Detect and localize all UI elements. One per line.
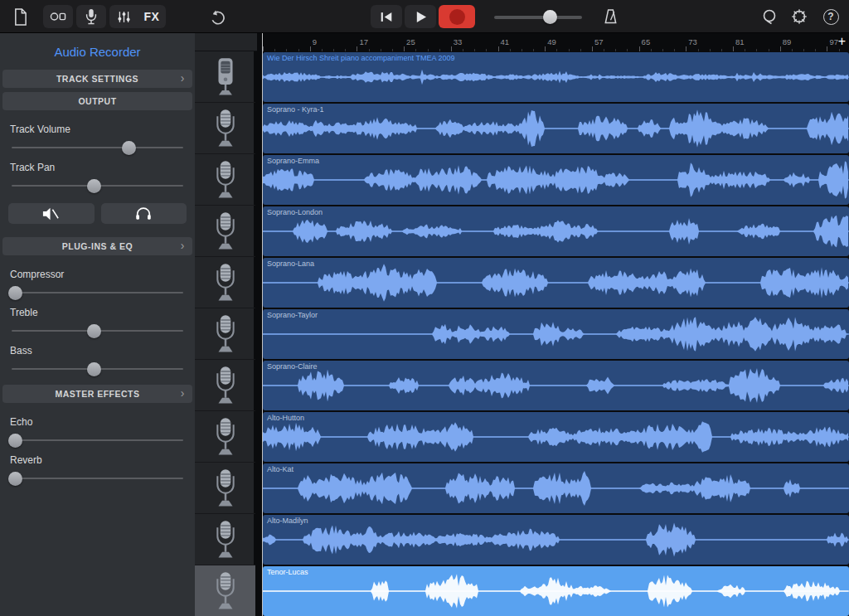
reverb-knob[interactable] bbox=[8, 472, 22, 486]
undo-button[interactable] bbox=[206, 5, 229, 28]
echo-slider[interactable] bbox=[12, 439, 183, 441]
ruler-tick bbox=[392, 49, 393, 51]
microphone-button[interactable] bbox=[76, 5, 106, 28]
loop-browser-button[interactable] bbox=[758, 5, 781, 28]
plugins-eq-header[interactable]: PLUG-INS & EQ › bbox=[2, 237, 192, 255]
lanes[interactable]: Wie Der Hirsch Shreit piano accompanimen… bbox=[257, 51, 849, 616]
ruler-tick bbox=[556, 49, 557, 51]
track-header[interactable] bbox=[195, 257, 255, 308]
ruler-tick bbox=[463, 49, 463, 51]
ruler-bar-number: 89 bbox=[783, 37, 792, 46]
timeline-ruler[interactable]: + 91725334149576573818997 bbox=[257, 33, 849, 51]
document-icon bbox=[13, 8, 27, 26]
track-header[interactable] bbox=[195, 51, 255, 103]
track-header[interactable] bbox=[195, 514, 255, 565]
metronome-icon bbox=[603, 8, 619, 25]
ruler-tick bbox=[639, 46, 640, 51]
play-button[interactable] bbox=[405, 5, 436, 28]
track-header[interactable] bbox=[195, 103, 255, 154]
fx-button[interactable]: FX bbox=[138, 5, 166, 28]
track-header[interactable] bbox=[195, 565, 255, 616]
ruler-tick bbox=[756, 49, 757, 51]
undo-icon bbox=[209, 9, 226, 25]
audio-region[interactable]: Soprano - Kyra-1 bbox=[263, 104, 849, 153]
metronome-button[interactable] bbox=[599, 5, 622, 28]
rewind-icon bbox=[379, 12, 394, 22]
playhead[interactable] bbox=[262, 33, 263, 616]
audio-region[interactable]: Soprano-Emma bbox=[263, 155, 849, 205]
track-buttons-row bbox=[8, 203, 187, 224]
echo-knob[interactable] bbox=[8, 434, 22, 448]
track-settings-header[interactable]: TRACK SETTINGS › bbox=[2, 70, 192, 88]
audio-region[interactable]: Alto-Madilyn bbox=[263, 515, 849, 565]
plugins-eq-label: PLUG-INS & EQ bbox=[62, 241, 133, 251]
ruler-tick bbox=[263, 46, 264, 51]
volume-slider-track[interactable] bbox=[494, 16, 582, 19]
track-pan-slider[interactable] bbox=[12, 185, 183, 187]
add-icon[interactable]: + bbox=[838, 34, 846, 49]
condenser-mic-icon bbox=[210, 56, 241, 98]
compressor-slider[interactable] bbox=[12, 292, 183, 293]
audio-region[interactable]: Soprano-London bbox=[263, 206, 849, 256]
track-header[interactable] bbox=[195, 308, 255, 360]
treble-knob[interactable] bbox=[87, 324, 101, 338]
region-label: Soprano-London bbox=[267, 208, 323, 216]
document-button[interactable] bbox=[8, 5, 32, 28]
output-header[interactable]: OUTPUT bbox=[2, 92, 192, 110]
loop-browser-icon bbox=[761, 8, 778, 25]
track-volume-knob[interactable] bbox=[122, 141, 136, 155]
treble-label: Treble bbox=[10, 307, 185, 318]
audio-region[interactable]: Tenor-Lucas bbox=[263, 566, 849, 616]
region-label: Soprano-Lana bbox=[267, 259, 314, 268]
mixer-button[interactable] bbox=[109, 5, 138, 28]
ruler-tick bbox=[780, 46, 781, 51]
audio-region[interactable]: Soprano-Lana bbox=[263, 258, 849, 308]
treble-slider[interactable] bbox=[12, 330, 183, 332]
ruler-tick bbox=[615, 49, 616, 51]
settings-button[interactable] bbox=[788, 5, 811, 28]
compressor-knob[interactable] bbox=[8, 286, 22, 300]
instrument-view-button[interactable] bbox=[43, 5, 73, 28]
monitor-button[interactable] bbox=[101, 203, 187, 224]
ruler-corner bbox=[195, 33, 257, 51]
audio-region[interactable]: Alto-Kat bbox=[263, 463, 849, 513]
track-header[interactable] bbox=[195, 463, 255, 514]
track-pan-label: Track Pan bbox=[10, 162, 185, 173]
track-header[interactable] bbox=[195, 154, 255, 206]
track-header[interactable] bbox=[195, 206, 255, 257]
master-effects-header[interactable]: MASTER EFFECTS › bbox=[2, 385, 192, 403]
audio-region[interactable]: Alto-Hutton bbox=[263, 412, 849, 462]
reverb-slider[interactable] bbox=[12, 478, 183, 479]
region-label: Alto-Hutton bbox=[267, 414, 304, 422]
ruler-tick bbox=[357, 46, 357, 51]
ruler-tick bbox=[792, 49, 793, 51]
instrument-view-icon bbox=[49, 9, 67, 24]
compressor-label: Compressor bbox=[10, 269, 185, 280]
bass-knob[interactable] bbox=[87, 362, 101, 376]
mute-icon bbox=[41, 207, 61, 221]
track-header[interactable] bbox=[195, 360, 255, 411]
bass-slider[interactable] bbox=[12, 368, 183, 370]
toolbar: FX bbox=[0, 0, 849, 33]
chevron-right-icon: › bbox=[181, 386, 185, 400]
mute-button[interactable] bbox=[8, 203, 95, 224]
ruler-bar-number: 17 bbox=[359, 37, 368, 46]
ruler-tick bbox=[415, 49, 416, 51]
rewind-button[interactable] bbox=[371, 5, 402, 28]
vintage-mic-icon bbox=[210, 468, 241, 509]
track-header[interactable] bbox=[195, 411, 255, 463]
record-button[interactable] bbox=[439, 5, 475, 28]
audio-region[interactable]: Wie Der Hirsch Shreit piano accompanimen… bbox=[263, 52, 849, 102]
ruler-tick bbox=[745, 49, 745, 51]
audio-region[interactable]: Soprano-Taylor bbox=[263, 309, 849, 359]
master-volume-slider[interactable] bbox=[494, 10, 582, 23]
ruler-tick bbox=[522, 49, 522, 51]
ruler-tick bbox=[698, 49, 699, 51]
help-button[interactable]: ? bbox=[819, 5, 842, 28]
ruler-bar-number: 25 bbox=[406, 37, 415, 46]
audio-region[interactable]: Soprano-Claire bbox=[263, 361, 849, 410]
track-volume-slider[interactable] bbox=[12, 147, 183, 148]
vintage-mic-icon bbox=[210, 262, 241, 303]
volume-slider-knob[interactable] bbox=[543, 10, 557, 24]
track-pan-knob[interactable] bbox=[87, 179, 101, 193]
